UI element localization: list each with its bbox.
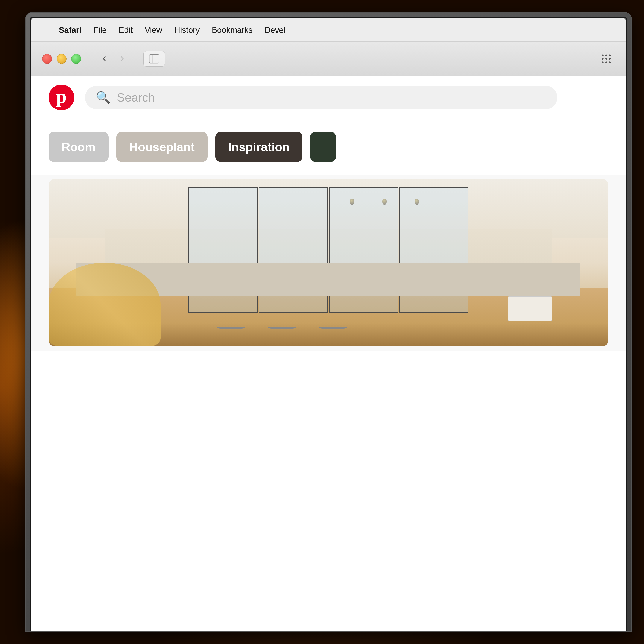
pinterest-header: p 🔍 Search [31,76,626,119]
screen: Safari File Edit View History Bookmarks … [31,18,626,631]
chip-houseplant[interactable]: Houseplant [116,132,208,162]
browser-chrome [31,42,626,76]
svg-point-7 [609,58,611,59]
svg-point-6 [605,58,607,59]
search-bar[interactable]: 🔍 Search [85,86,557,109]
menu-devel[interactable]: Devel [258,24,291,36]
hanging-light-3 [415,192,419,205]
light-wire [417,192,417,199]
svg-rect-0 [149,55,159,63]
nav-buttons [96,51,131,67]
stool-seat [318,327,348,329]
menu-edit[interactable]: Edit [113,24,139,36]
sidebar-toggle-button[interactable] [143,51,165,67]
search-placeholder: Search [117,90,155,104]
floor-lamp [49,263,161,346]
maximize-button[interactable] [71,54,81,64]
content-area: p 🔍 Search Room Houseplant [31,76,626,631]
svg-point-4 [609,54,611,56]
close-button[interactable] [42,54,52,64]
hanging-light-1 [350,192,354,205]
stool-2 [267,327,297,338]
svg-point-9 [605,61,607,63]
light-wire [352,192,352,199]
stool-legs [333,330,333,338]
pinterest-logo-letter: p [56,87,67,106]
stool-legs [282,330,282,338]
svg-point-10 [609,61,611,63]
light-bulb [350,199,354,205]
stool-3 [318,327,348,338]
svg-point-3 [605,54,607,56]
forward-button[interactable] [114,51,131,67]
menu-file[interactable]: File [88,24,113,36]
menu-view[interactable]: View [139,24,168,36]
svg-point-2 [602,54,603,56]
pinterest-logo[interactable]: p [49,85,74,110]
light-bulb [382,199,387,205]
traffic-lights [42,54,81,64]
stool-legs [231,330,231,338]
category-chips: Room Houseplant Inspiration [31,119,626,175]
hanging-light-2 [382,192,387,205]
hanging-lights [245,192,524,205]
interior-image [49,179,608,346]
minimize-button[interactable] [57,54,67,64]
chip-partial[interactable] [310,132,336,162]
interior-image-card[interactable] [49,179,608,346]
menu-safari[interactable]: Safari [53,24,88,36]
macbook-frame: Safari File Edit View History Bookmarks … [26,13,631,631]
decorative-lantern [508,296,553,321]
svg-point-8 [602,61,603,63]
chip-inspiration[interactable]: Inspiration [215,132,302,162]
light-bulb [415,199,419,205]
menu-bar: Safari File Edit View History Bookmarks … [31,18,626,42]
back-button[interactable] [96,51,112,67]
svg-point-5 [602,58,603,59]
search-icon: 🔍 [96,90,111,105]
menu-history[interactable]: History [168,24,206,36]
screen-bezel: Safari File Edit View History Bookmarks … [30,17,627,631]
chip-room[interactable]: Room [49,132,109,162]
stool-1 [216,327,246,338]
stool-seat [267,327,297,329]
menu-bookmarks[interactable]: Bookmarks [206,24,258,36]
stool-seat [216,327,246,329]
grid-view-button[interactable] [598,50,615,67]
main-content [31,175,626,351]
